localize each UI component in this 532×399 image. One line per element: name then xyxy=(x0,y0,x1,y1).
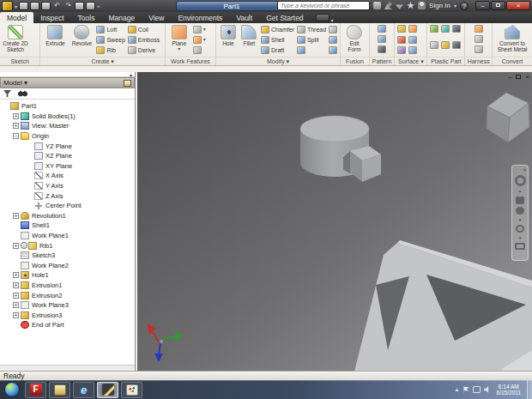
tab-view[interactable]: View xyxy=(142,12,171,23)
browser-header[interactable]: Model ▾ xyxy=(0,77,135,88)
viewport-canvas[interactable] xyxy=(137,72,532,371)
tree-item-hole1[interactable]: +Hole1 xyxy=(0,270,135,281)
extrude-button[interactable]: Extrude xyxy=(42,24,68,46)
close-button[interactable]: × xyxy=(506,1,530,10)
tree-item-y-axis[interactable]: Y Axis xyxy=(0,181,135,191)
tab-inspect[interactable]: Inspect xyxy=(33,12,70,23)
tray-expand-icon[interactable]: ▲ xyxy=(455,387,460,392)
split-button[interactable]: Split xyxy=(296,34,327,45)
tab-get-started[interactable]: Get Started xyxy=(259,12,310,23)
navbar-close-icon[interactable]: × xyxy=(523,167,526,172)
tree-item-extrusion3[interactable]: +Extrusion3 xyxy=(0,310,135,320)
sculpt-icon[interactable] xyxy=(397,46,406,54)
network-icon[interactable] xyxy=(473,386,481,393)
hole-button[interactable]: Hole xyxy=(218,24,238,46)
browser-title[interactable]: Model ▾ xyxy=(3,79,124,87)
shell-button[interactable]: Shell xyxy=(260,34,295,45)
open-file-icon[interactable] xyxy=(30,2,39,10)
convert-to-sheet-metal-button[interactable]: Convert to Sheet Metal xyxy=(494,24,530,52)
favorites-star-icon[interactable] xyxy=(407,2,414,9)
iproperties-icon[interactable] xyxy=(86,2,95,10)
create-panel-label[interactable]: Create ▾ xyxy=(40,57,164,65)
sign-in-button[interactable]: Sign In xyxy=(429,2,450,9)
tree-item-work-plane2[interactable]: Work Plane2 xyxy=(0,261,135,271)
ucs-button[interactable] xyxy=(192,45,207,55)
taskbar-inventor-active[interactable] xyxy=(97,382,118,398)
tree-item-end-of-part[interactable]: End of Part xyxy=(0,320,135,330)
tree-item-shell1[interactable]: Shell1 xyxy=(0,221,135,231)
navbar-caret-icon[interactable]: ▾ xyxy=(519,189,522,194)
circular-pattern-icon[interactable] xyxy=(378,35,386,43)
stitch-icon[interactable] xyxy=(397,25,406,33)
volume-icon[interactable] xyxy=(484,386,491,393)
taskbar-media-app[interactable] xyxy=(49,382,70,398)
tree-item-origin[interactable]: −Origin xyxy=(0,131,135,142)
show-desktop-button[interactable] xyxy=(527,380,532,399)
tab-tools[interactable]: Tools xyxy=(71,12,102,23)
draft-button[interactable]: Draft xyxy=(260,45,295,55)
harness-tool-icon-2[interactable] xyxy=(475,35,483,43)
mirror-icon[interactable] xyxy=(378,45,386,53)
tab-model[interactable]: Model xyxy=(0,12,33,23)
edit-form-button[interactable]: Edit Form xyxy=(342,24,366,52)
zoom-caret-icon[interactable]: ▾ xyxy=(519,217,522,222)
tree-item-xy-plane[interactable]: XY Plane xyxy=(0,161,135,172)
inventor-logo-icon[interactable] xyxy=(2,1,13,11)
grill-icon[interactable] xyxy=(430,25,438,33)
taskbar-paint[interactable] xyxy=(121,382,142,398)
tree-item-work-plane3[interactable]: +Work Plane3 xyxy=(0,300,135,311)
tree-item-solid-bodies[interactable]: +Solid Bodies(1) xyxy=(0,112,135,122)
thread-button[interactable]: Thread xyxy=(296,24,327,34)
tools-icon[interactable] xyxy=(384,2,392,9)
browser-horizontal-scrollbar[interactable] xyxy=(0,365,135,371)
fillet-button[interactable]: Fillet xyxy=(239,24,259,46)
sign-in-caret-icon[interactable]: ▾ xyxy=(454,3,456,9)
orbit-icon[interactable] xyxy=(516,225,524,233)
qat-overflow-icon[interactable]: » xyxy=(97,3,100,9)
search-input[interactable] xyxy=(277,1,370,10)
appearance-icon[interactable] xyxy=(316,14,329,21)
modify-panel-label[interactable]: Modify ▾ xyxy=(216,57,340,65)
community-icon[interactable] xyxy=(373,2,381,9)
start-button[interactable] xyxy=(4,382,20,397)
appearance-caret-icon[interactable]: ▾ xyxy=(331,17,334,23)
tree-item-x-axis[interactable]: X Axis xyxy=(0,171,135,181)
action-center-flag-icon[interactable] xyxy=(463,386,469,393)
tree-item-rib1[interactable]: +iRib1 xyxy=(0,240,135,251)
surface-panel-label[interactable]: Surface ▾ xyxy=(395,57,426,65)
delete-face-button[interactable] xyxy=(328,45,338,55)
tree-item-yz-plane[interactable]: YZ Plane xyxy=(0,141,135,151)
trim-icon[interactable] xyxy=(397,36,406,44)
derive-button[interactable]: Derive xyxy=(127,45,160,55)
restore-button[interactable] xyxy=(491,1,505,10)
harness-tool-icon-3[interactable] xyxy=(475,45,483,53)
patch-icon[interactable] xyxy=(408,25,417,33)
taskbar-internet-explorer[interactable]: e xyxy=(73,382,94,398)
tab-manage[interactable]: Manage xyxy=(101,12,142,23)
tree-item-view-master[interactable]: +View: Master xyxy=(0,121,135,131)
tree-item-part1[interactable]: Part1 xyxy=(0,101,135,112)
emboss-button[interactable]: Emboss xyxy=(127,34,160,45)
coil-button[interactable]: Coil xyxy=(127,24,160,34)
chamfer-button[interactable]: Chamfer xyxy=(260,24,295,34)
tree-item-z-axis[interactable]: Z Axis xyxy=(0,190,135,201)
tree-item-extrusion1[interactable]: +Extrusion1 xyxy=(0,281,135,291)
save-icon[interactable] xyxy=(41,2,51,10)
tab-vault[interactable]: Vault xyxy=(229,12,259,23)
app-menu-caret-icon[interactable]: ▾ xyxy=(15,3,17,9)
delete-surface-face-icon[interactable] xyxy=(408,46,417,54)
combine-button[interactable] xyxy=(296,45,327,55)
redo-icon[interactable]: ↷ xyxy=(63,2,73,10)
move-bodies-button[interactable] xyxy=(328,24,338,34)
loft-button[interactable]: Loft xyxy=(95,24,125,34)
copy-object-button[interactable] xyxy=(328,34,338,45)
revolve-button[interactable]: Revolve xyxy=(69,24,94,46)
create-2d-sketch-button[interactable]: Create 2D Sketch xyxy=(2,24,29,52)
rule-fillet-icon[interactable] xyxy=(452,41,461,49)
boss-icon[interactable] xyxy=(441,25,450,33)
tree-item-extrusion2[interactable]: +Extrusion2 xyxy=(0,290,135,300)
tree-item-xz-plane[interactable]: XZ Plane xyxy=(0,151,135,161)
pan-icon[interactable] xyxy=(516,196,524,204)
rib-button[interactable]: Rib xyxy=(95,45,125,55)
help-button[interactable]: ? xyxy=(460,2,469,10)
